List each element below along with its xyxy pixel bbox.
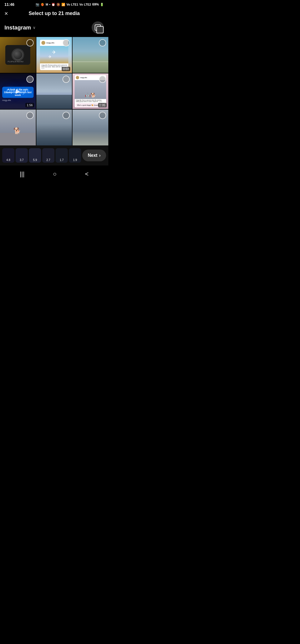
tray-label-2: 5.9 [33,158,37,162]
status-bar: 11:46 📷 ❤️‍🔥 M • ⏰ 🔕 📶 Vo LTE1 Vo LTE2 6… [0,0,108,8]
tray-label-5: 1.9 [73,158,77,162]
robot-dog-pavement-icon: 🐕 [13,127,21,135]
post-avatar [41,41,45,45]
camera-lens [12,49,23,60]
airplane-small-icon: ✈ [48,55,52,59]
tray-thumb-3[interactable]: 2.7 [42,148,54,163]
account-tag: megg.ellis [2,99,11,101]
tray-label-1: 3.7 [20,158,24,162]
status-dot: • [49,3,50,6]
media-cell-harbor-city[interactable] [36,110,72,145]
media-cell-harbor[interactable] [36,73,72,109]
status-icon-camera: 📷 [36,3,39,6]
media-grid: FUJIFILM INSTAX megg.ellis ✈ ✈ megg.elli… [0,37,108,145]
select-circle-3[interactable] [26,76,34,83]
header-title: Select up to 21 media [29,11,80,16]
duration-badge-3: 1:56 [25,103,34,107]
media-cell-robot-statue[interactable] [72,110,108,145]
tray-label-4: 1.7 [60,158,64,162]
robot-caption: megg.ellis Had an awesome time this morn… [75,99,106,103]
robot-post-avatar [76,76,79,79]
robot-post-username: megg.ellis [80,77,87,78]
post-username: megg.ellis [46,42,54,44]
status-wifi: 📶 [61,3,65,6]
pavement-surface [0,133,36,145]
media-cell-robot-pavement[interactable]: 🐕 [0,110,36,145]
header: × Select up to 21 media [0,8,108,20]
status-signal2: Vo LTE2 [79,3,91,6]
media-cell-disney[interactable]: Disney+ A look at the epic Disney+ SA la… [0,73,36,109]
status-icons: 📷 ❤️‍🔥 M • ⏰ 🔕 📶 Vo LTE1 Vo LTE2 69% 🔋 [36,3,104,6]
airplane-icon: ✈ [52,49,56,55]
chevron-down-icon: ∨ [33,25,36,30]
next-chevron-icon: › [99,153,101,158]
media-cell-camera[interactable]: FUJIFILM INSTAX [0,37,36,73]
tray-thumb-5[interactable]: 1.9 [69,148,81,163]
close-button[interactable]: × [4,10,8,17]
status-silent: 🔕 [56,3,60,6]
status-alarm: ⏰ [51,3,55,6]
multi-select-icon [95,24,101,31]
select-circle-6[interactable] [26,112,34,119]
select-circle-5[interactable] [99,76,106,83]
post-image-area: ✈ ✈ [40,46,69,63]
bottom-tray: 4.8 3.7 5.9 2.7 1.7 1.9 Next › [0,145,108,165]
tray-thumb-1[interactable]: 3.7 [16,148,28,163]
source-selector[interactable]: Instagram ∨ [4,24,36,31]
status-icon-heart: ❤️‍🔥 [41,3,44,6]
nav-home-button[interactable]: ○ [48,168,61,180]
robot-img-area: 🤖🐕 [75,80,106,99]
select-circle-2[interactable] [99,39,106,46]
runway-strip [72,61,108,62]
tray-label-3: 2.7 [46,158,50,162]
tray-thumb-0[interactable]: 4.8 [2,148,14,163]
camera-brand-text: FUJIFILM INSTAX [8,61,23,63]
select-circle-4[interactable] [62,76,70,83]
navigation-bar: ||| ○ < [0,165,108,184]
next-button[interactable]: Next › [82,150,106,161]
tray-thumb-2[interactable]: 5.9 [29,148,41,163]
source-label: Instagram [4,24,31,31]
duration-badge-5: 0:05 [98,103,107,107]
status-signal: Vo LTE1 [66,3,78,6]
media-cell-robot-post[interactable]: megg.ellis 🤖🐕 megg.ellis Had an awesome … [72,73,108,109]
nav-menu-button[interactable]: ||| [15,168,29,180]
media-cell-airplane-post[interactable]: megg.ellis ✈ ✈ megg.ellis Runway giving … [36,37,72,73]
media-cell-runway[interactable] [72,37,108,73]
harbor-water [36,95,72,109]
status-time: 11:46 [4,2,14,7]
multi-select-button[interactable] [92,21,104,34]
source-row: Instagram ∨ [0,20,108,37]
play-icon: ▶ [16,88,20,95]
nav-back-button[interactable]: < [81,168,93,180]
status-battery-icon: 🔋 [100,3,104,6]
camera-shape: FUJIFILM INSTAX [5,45,30,65]
status-battery: 69% [92,3,99,6]
tray-thumb-4[interactable]: 1.7 [56,148,68,163]
duration-badge-1: 0:03 [62,67,70,71]
status-icon-gmail: M [46,3,48,6]
tray-label-0: 4.8 [6,158,10,162]
select-circle-0[interactable] [26,39,34,46]
next-label: Next [88,153,98,158]
robot-dog-img: 🤖🐕 [85,93,96,98]
